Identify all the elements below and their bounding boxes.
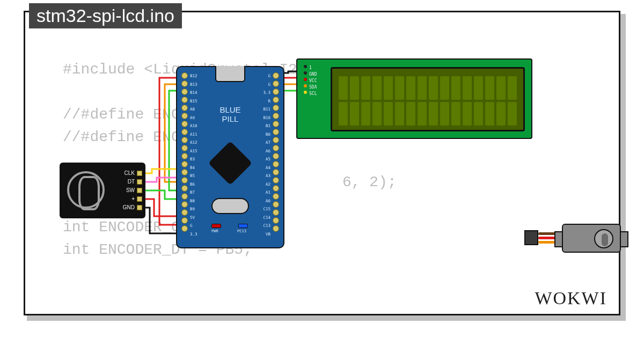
servo-body-icon bbox=[562, 224, 621, 253]
pin-hole bbox=[181, 225, 188, 232]
lcd-cell bbox=[496, 102, 506, 126]
pin-hole bbox=[273, 145, 279, 151]
pin-hole bbox=[273, 161, 279, 167]
pin-label: B6 bbox=[190, 182, 197, 187]
pin-hole bbox=[181, 153, 188, 159]
lcd-cell bbox=[474, 102, 483, 126]
pin-label: B7 bbox=[190, 190, 197, 195]
pin-hole bbox=[273, 193, 279, 200]
lcd-cell bbox=[463, 76, 472, 100]
pin-hole bbox=[273, 169, 279, 175]
wire-enc-clk bbox=[145, 169, 177, 173]
lcd-pin-vcc: VCC bbox=[309, 78, 317, 84]
pin-hole bbox=[273, 121, 279, 127]
lcd-cell bbox=[508, 102, 517, 126]
pin-label: G bbox=[263, 74, 270, 78]
pin-hole bbox=[273, 153, 279, 159]
pin-label: A6 bbox=[263, 149, 270, 153]
pin-hole bbox=[273, 97, 279, 103]
lcd-cell bbox=[485, 76, 494, 100]
encoder-pin-hole bbox=[137, 171, 142, 176]
lcd-cell bbox=[372, 76, 382, 100]
pin-label: A9 bbox=[190, 115, 197, 120]
pin-label: A8 bbox=[190, 107, 197, 112]
pin-hole bbox=[181, 97, 188, 103]
pin-hole bbox=[273, 113, 279, 119]
pin-hole bbox=[181, 89, 188, 95]
lcd-cell bbox=[418, 102, 427, 126]
lcd-cell bbox=[361, 102, 370, 126]
pin-label: B1 bbox=[263, 123, 270, 128]
pin-hole bbox=[273, 89, 279, 95]
lcd-pin-scl: SCL bbox=[309, 91, 317, 97]
pin-hole bbox=[181, 177, 188, 183]
pc13-label: PC13 bbox=[237, 229, 246, 233]
lcd-cell bbox=[406, 102, 415, 126]
pwr-led-icon bbox=[211, 224, 221, 228]
pin-label-col-left: B12B13B14B15A8A9A10A11A12A15B3B4B5B6B7B8… bbox=[190, 74, 197, 237]
crystal-icon bbox=[211, 198, 249, 214]
pin-hole bbox=[273, 225, 279, 232]
pin-hole bbox=[181, 80, 188, 87]
rotary-encoder: CLKDTSW+GND bbox=[60, 163, 145, 218]
lcd-cell bbox=[350, 102, 359, 126]
pin-label: G bbox=[190, 223, 197, 228]
encoder-pin-hole bbox=[137, 205, 142, 210]
pin-label: A1 bbox=[263, 190, 270, 195]
pc13-led-icon bbox=[238, 224, 248, 228]
pin-label: C14 bbox=[263, 215, 270, 220]
board-label: BLUE PILL bbox=[219, 106, 240, 123]
pin-label: 3.3 bbox=[263, 90, 270, 95]
encoder-pin-list: CLKDTSW+GND bbox=[123, 170, 142, 210]
pin-hole bbox=[181, 121, 188, 127]
encoder-knob-icon bbox=[67, 171, 105, 209]
pin-label: R bbox=[263, 99, 270, 104]
lcd-cell bbox=[372, 102, 382, 126]
wokwi-logo: WOKWI bbox=[535, 288, 607, 308]
lcd-pin-1: 1 bbox=[309, 65, 312, 71]
pin-label: B8 bbox=[190, 199, 197, 203]
pin-label: VB bbox=[263, 232, 270, 237]
pin-row-right bbox=[273, 72, 279, 232]
pin-label: A12 bbox=[190, 140, 197, 145]
pin-hole bbox=[273, 105, 279, 111]
pin-hole bbox=[273, 177, 279, 183]
lcd-pin-labels: 1 GND VCC SDA SCL bbox=[304, 65, 317, 97]
lcd-cell bbox=[429, 76, 438, 100]
wire-enc-gnd bbox=[145, 208, 177, 233]
lcd-cell bbox=[440, 76, 449, 100]
project-card: #include <LiquidCrystal_I2C.h> //#define… bbox=[24, 11, 620, 315]
lcd-cell bbox=[361, 76, 370, 100]
lcd-pin-sda: SDA bbox=[309, 84, 317, 91]
lcd-pin-gnd: GND bbox=[309, 71, 317, 78]
lcd-cell bbox=[339, 76, 348, 100]
lcd-cell bbox=[508, 76, 517, 100]
lcd-cell bbox=[451, 76, 460, 100]
pin-label: A0 bbox=[263, 199, 270, 203]
pin-hole bbox=[273, 209, 279, 216]
pin-hole bbox=[181, 161, 188, 167]
lcd-cell bbox=[429, 102, 438, 126]
pin-hole bbox=[181, 137, 188, 143]
lcd-screen bbox=[331, 67, 525, 131]
pin-hole bbox=[273, 129, 279, 135]
lcd-cell bbox=[350, 76, 359, 100]
lcd-cell bbox=[418, 76, 427, 100]
encoder-pin-label: DT bbox=[128, 179, 135, 185]
pin-hole bbox=[181, 113, 188, 119]
lcd-cell bbox=[496, 76, 506, 100]
pin-hole bbox=[181, 72, 188, 79]
lcd-cell bbox=[406, 76, 415, 100]
pin-label: C13 bbox=[263, 223, 270, 228]
servo-connector-icon bbox=[524, 230, 538, 245]
pin-label: A4 bbox=[263, 165, 270, 170]
encoder-pin-label: SW bbox=[126, 187, 135, 193]
pin-label: B5 bbox=[190, 173, 197, 178]
bluepill-board: BLUE PILL PWR PC13 B12B13B14B15A8A9A10A1… bbox=[176, 66, 284, 248]
pin-hole bbox=[181, 209, 188, 216]
pin-label: B10 bbox=[263, 115, 270, 120]
pin-hole bbox=[181, 129, 188, 135]
pin-hole bbox=[181, 201, 188, 208]
lcd-cell bbox=[395, 76, 404, 100]
pin-label: A5 bbox=[263, 157, 270, 161]
